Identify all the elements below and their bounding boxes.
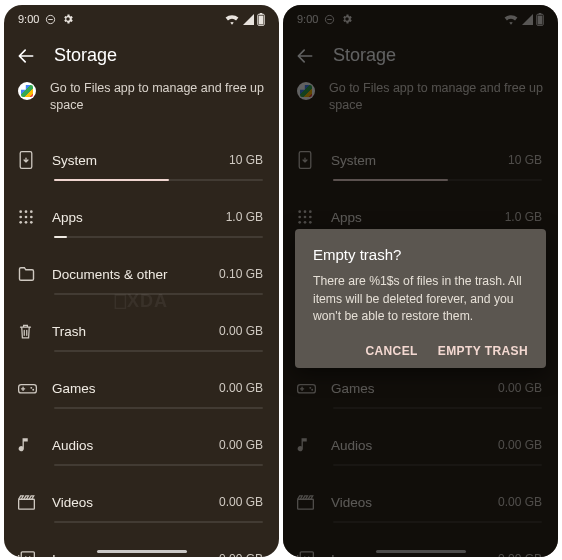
app-header: Storage <box>4 31 279 74</box>
battery-icon <box>257 13 265 26</box>
storage-row-size: 1.0 GB <box>226 210 263 224</box>
storage-row-size: 0.00 GB <box>219 495 263 509</box>
svg-point-9 <box>19 216 22 219</box>
empty-trash-dialog: Empty trash? There are %1$s of files in … <box>295 229 546 368</box>
storage-row-system[interactable]: System10 GB <box>4 132 279 189</box>
phone-right: 9:00 Storage Go to Files app to manage a… <box>283 5 558 557</box>
storage-row-size: 0.00 GB <box>219 381 263 395</box>
device-phone-icon <box>18 151 52 169</box>
music-note-icon <box>18 437 52 454</box>
empty-trash-button[interactable]: EMPTY TRASH <box>438 344 528 358</box>
storage-row-size: 0.10 GB <box>219 267 263 281</box>
storage-row-videos[interactable]: Videos0.00 GB <box>4 474 279 531</box>
clock-text: 9:00 <box>18 13 39 25</box>
gear-icon <box>62 13 74 25</box>
storage-row-apps[interactable]: Apps1.0 GB <box>4 189 279 246</box>
storage-list: System10 GBApps1.0 GBDocuments & other0.… <box>4 132 279 557</box>
svg-rect-19 <box>21 552 34 557</box>
storage-row-documents-other[interactable]: Documents & other0.10 GB <box>4 246 279 303</box>
files-banner-text: Go to Files app to manage and free up sp… <box>50 80 267 114</box>
storage-usage-bar <box>54 521 263 523</box>
svg-point-13 <box>25 221 28 224</box>
dialog-body: There are %1$s of files in the trash. Al… <box>313 273 528 326</box>
folder-icon <box>18 267 52 281</box>
gesture-bar[interactable] <box>97 550 187 553</box>
files-app-icon <box>18 82 36 100</box>
storage-usage-bar <box>54 407 263 409</box>
storage-row-name: Videos <box>52 495 219 510</box>
storage-usage-bar <box>54 236 263 238</box>
storage-row-games[interactable]: Games0.00 GB <box>4 360 279 417</box>
dialog-title: Empty trash? <box>313 246 528 263</box>
status-bar: 9:00 <box>4 5 279 31</box>
storage-usage-bar <box>54 293 263 295</box>
svg-point-10 <box>25 216 28 219</box>
storage-row-name: Games <box>52 381 219 396</box>
signal-icon <box>242 14 254 25</box>
phone-left: 9:00 Storage Go to Files app to manage a… <box>4 5 279 557</box>
storage-usage-bar <box>54 350 263 352</box>
storage-row-trash[interactable]: Trash0.00 GB <box>4 303 279 360</box>
svg-point-16 <box>30 387 32 389</box>
apps-grid-icon <box>18 209 52 225</box>
gamepad-icon <box>18 382 52 395</box>
storage-row-audios[interactable]: Audios0.00 GB <box>4 417 279 474</box>
svg-point-12 <box>19 221 22 224</box>
storage-row-size: 0.00 GB <box>219 552 263 557</box>
storage-row-name: System <box>52 153 229 168</box>
svg-point-14 <box>30 221 33 224</box>
storage-row-size: 10 GB <box>229 153 263 167</box>
storage-row-name: Documents & other <box>52 267 219 282</box>
trash-icon <box>18 323 52 340</box>
storage-row-size: 0.00 GB <box>219 324 263 338</box>
svg-point-8 <box>30 211 33 214</box>
svg-rect-3 <box>260 13 263 14</box>
clapper-icon <box>18 495 52 510</box>
wifi-icon <box>225 14 239 25</box>
svg-point-7 <box>25 211 28 214</box>
cancel-button[interactable]: CANCEL <box>365 344 417 358</box>
storage-row-images[interactable]: Images0.00 GB <box>4 531 279 557</box>
svg-point-17 <box>32 389 34 391</box>
storage-row-name: Audios <box>52 438 219 453</box>
image-stack-icon <box>18 551 52 557</box>
svg-point-6 <box>19 211 22 214</box>
svg-rect-4 <box>259 15 264 24</box>
storage-row-name: Trash <box>52 324 219 339</box>
files-banner[interactable]: Go to Files app to manage and free up sp… <box>4 74 279 132</box>
page-title: Storage <box>54 45 117 66</box>
svg-point-11 <box>30 216 33 219</box>
storage-usage-bar <box>54 179 263 181</box>
storage-row-name: Apps <box>52 210 226 225</box>
back-arrow-icon[interactable] <box>16 46 36 66</box>
do-not-disturb-icon <box>45 14 56 25</box>
storage-usage-bar <box>54 464 263 466</box>
storage-row-size: 0.00 GB <box>219 438 263 452</box>
svg-rect-18 <box>19 499 35 509</box>
